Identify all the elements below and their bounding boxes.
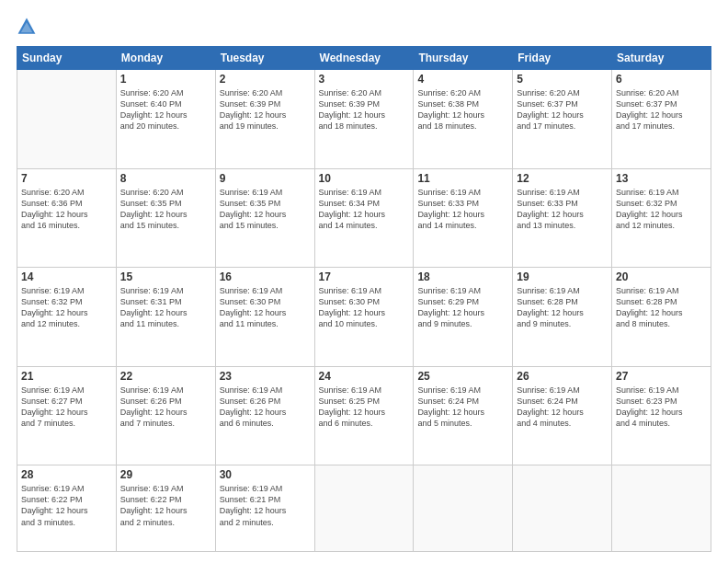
day-number: 9 — [220, 172, 311, 185]
calendar-table: SundayMondayTuesdayWednesdayThursdayFrid… — [17, 46, 711, 552]
logo — [17, 17, 40, 37]
day-number: 7 — [21, 172, 112, 185]
calendar-week-row: 7Sunrise: 6:20 AM Sunset: 6:36 PM Daylig… — [17, 168, 711, 268]
day-number: 2 — [220, 73, 311, 86]
day-info: Sunrise: 6:19 AM Sunset: 6:28 PM Dayligh… — [616, 285, 707, 330]
day-number: 10 — [319, 172, 410, 185]
day-number: 24 — [319, 370, 410, 383]
calendar-cell: 1Sunrise: 6:20 AM Sunset: 6:40 PM Daylig… — [116, 70, 215, 169]
day-info: Sunrise: 6:19 AM Sunset: 6:22 PM Dayligh… — [21, 483, 112, 528]
calendar-cell: 4Sunrise: 6:20 AM Sunset: 6:38 PM Daylig… — [414, 70, 513, 169]
calendar-cell: 6Sunrise: 6:20 AM Sunset: 6:37 PM Daylig… — [612, 70, 711, 169]
calendar-cell: 29Sunrise: 6:19 AM Sunset: 6:22 PM Dayli… — [116, 465, 215, 552]
day-info: Sunrise: 6:19 AM Sunset: 6:32 PM Dayligh… — [21, 285, 112, 330]
day-info: Sunrise: 6:20 AM Sunset: 6:40 PM Dayligh… — [120, 87, 211, 132]
day-info: Sunrise: 6:19 AM Sunset: 6:23 PM Dayligh… — [616, 385, 707, 430]
calendar-week-row: 1Sunrise: 6:20 AM Sunset: 6:40 PM Daylig… — [17, 70, 711, 169]
calendar-cell: 13Sunrise: 6:19 AM Sunset: 6:32 PM Dayli… — [612, 168, 711, 268]
day-info: Sunrise: 6:19 AM Sunset: 6:27 PM Dayligh… — [21, 385, 112, 430]
day-number: 23 — [220, 370, 311, 383]
calendar-cell: 2Sunrise: 6:20 AM Sunset: 6:39 PM Daylig… — [215, 70, 314, 169]
day-info: Sunrise: 6:19 AM Sunset: 6:33 PM Dayligh… — [417, 187, 508, 232]
day-info: Sunrise: 6:19 AM Sunset: 6:33 PM Dayligh… — [517, 187, 608, 232]
calendar-cell — [612, 465, 711, 552]
day-number: 27 — [616, 370, 707, 383]
day-info: Sunrise: 6:19 AM Sunset: 6:26 PM Dayligh… — [220, 385, 311, 430]
calendar-cell: 16Sunrise: 6:19 AM Sunset: 6:30 PM Dayli… — [215, 268, 314, 367]
calendar-cell — [513, 465, 612, 552]
day-info: Sunrise: 6:20 AM Sunset: 6:35 PM Dayligh… — [120, 187, 211, 232]
calendar-cell: 10Sunrise: 6:19 AM Sunset: 6:34 PM Dayli… — [314, 168, 414, 268]
day-number: 6 — [616, 73, 707, 86]
calendar-cell: 14Sunrise: 6:19 AM Sunset: 6:32 PM Dayli… — [17, 268, 117, 367]
day-info: Sunrise: 6:19 AM Sunset: 6:34 PM Dayligh… — [319, 187, 410, 232]
calendar-week-row: 28Sunrise: 6:19 AM Sunset: 6:22 PM Dayli… — [17, 465, 711, 552]
day-number: 15 — [120, 270, 211, 283]
calendar-header-row: SundayMondayTuesdayWednesdayThursdayFrid… — [17, 47, 711, 70]
calendar-week-row: 21Sunrise: 6:19 AM Sunset: 6:27 PM Dayli… — [17, 366, 711, 465]
day-number: 18 — [417, 270, 508, 283]
day-info: Sunrise: 6:20 AM Sunset: 6:37 PM Dayligh… — [616, 87, 707, 132]
calendar-cell: 7Sunrise: 6:20 AM Sunset: 6:36 PM Daylig… — [17, 168, 117, 268]
day-number: 4 — [417, 73, 508, 86]
day-info: Sunrise: 6:19 AM Sunset: 6:30 PM Dayligh… — [220, 285, 311, 330]
day-number: 21 — [21, 370, 112, 383]
day-number: 17 — [319, 270, 410, 283]
day-info: Sunrise: 6:20 AM Sunset: 6:36 PM Dayligh… — [21, 187, 112, 232]
day-number: 25 — [417, 370, 508, 383]
calendar-cell — [414, 465, 513, 552]
calendar-cell: 23Sunrise: 6:19 AM Sunset: 6:26 PM Dayli… — [215, 366, 314, 465]
day-info: Sunrise: 6:20 AM Sunset: 6:39 PM Dayligh… — [220, 87, 311, 132]
calendar-cell: 5Sunrise: 6:20 AM Sunset: 6:37 PM Daylig… — [513, 70, 612, 169]
day-number: 26 — [517, 370, 608, 383]
calendar-cell: 3Sunrise: 6:20 AM Sunset: 6:39 PM Daylig… — [314, 70, 414, 169]
day-info: Sunrise: 6:19 AM Sunset: 6:31 PM Dayligh… — [120, 285, 211, 330]
calendar-cell: 22Sunrise: 6:19 AM Sunset: 6:26 PM Dayli… — [116, 366, 215, 465]
day-info: Sunrise: 6:19 AM Sunset: 6:26 PM Dayligh… — [120, 385, 211, 430]
calendar-cell: 19Sunrise: 6:19 AM Sunset: 6:28 PM Dayli… — [513, 268, 612, 367]
day-info: Sunrise: 6:19 AM Sunset: 6:32 PM Dayligh… — [616, 187, 707, 232]
day-number: 20 — [616, 270, 707, 283]
day-header-friday: Friday — [513, 47, 612, 70]
day-number: 14 — [21, 270, 112, 283]
day-info: Sunrise: 6:19 AM Sunset: 6:22 PM Dayligh… — [120, 483, 211, 528]
day-number: 8 — [120, 172, 211, 185]
calendar-cell: 27Sunrise: 6:19 AM Sunset: 6:23 PM Dayli… — [612, 366, 711, 465]
day-number: 16 — [220, 270, 311, 283]
calendar-cell: 8Sunrise: 6:20 AM Sunset: 6:35 PM Daylig… — [116, 168, 215, 268]
calendar-cell: 17Sunrise: 6:19 AM Sunset: 6:30 PM Dayli… — [314, 268, 414, 367]
calendar-cell: 26Sunrise: 6:19 AM Sunset: 6:24 PM Dayli… — [513, 366, 612, 465]
day-header-saturday: Saturday — [612, 47, 711, 70]
day-header-monday: Monday — [116, 47, 215, 70]
day-number: 22 — [120, 370, 211, 383]
day-number: 12 — [517, 172, 608, 185]
day-number: 3 — [319, 73, 410, 86]
day-info: Sunrise: 6:19 AM Sunset: 6:35 PM Dayligh… — [220, 187, 311, 232]
day-info: Sunrise: 6:19 AM Sunset: 6:21 PM Dayligh… — [220, 483, 311, 528]
day-info: Sunrise: 6:20 AM Sunset: 6:39 PM Dayligh… — [319, 87, 410, 132]
day-number: 13 — [616, 172, 707, 185]
day-info: Sunrise: 6:19 AM Sunset: 6:24 PM Dayligh… — [517, 385, 608, 430]
calendar-cell: 18Sunrise: 6:19 AM Sunset: 6:29 PM Dayli… — [414, 268, 513, 367]
calendar-cell: 11Sunrise: 6:19 AM Sunset: 6:33 PM Dayli… — [414, 168, 513, 268]
day-info: Sunrise: 6:19 AM Sunset: 6:30 PM Dayligh… — [319, 285, 410, 330]
logo-icon — [17, 17, 37, 37]
day-header-tuesday: Tuesday — [215, 47, 314, 70]
day-number: 5 — [517, 73, 608, 86]
day-info: Sunrise: 6:20 AM Sunset: 6:37 PM Dayligh… — [517, 87, 608, 132]
day-number: 11 — [417, 172, 508, 185]
day-number: 29 — [120, 468, 211, 481]
calendar-cell: 25Sunrise: 6:19 AM Sunset: 6:24 PM Dayli… — [414, 366, 513, 465]
day-number: 1 — [120, 73, 211, 86]
calendar-cell: 9Sunrise: 6:19 AM Sunset: 6:35 PM Daylig… — [215, 168, 314, 268]
day-header-wednesday: Wednesday — [314, 47, 414, 70]
calendar-cell — [314, 465, 414, 552]
day-number: 30 — [220, 468, 311, 481]
calendar-cell: 24Sunrise: 6:19 AM Sunset: 6:25 PM Dayli… — [314, 366, 414, 465]
header — [17, 17, 711, 37]
calendar-cell: 20Sunrise: 6:19 AM Sunset: 6:28 PM Dayli… — [612, 268, 711, 367]
day-header-sunday: Sunday — [17, 47, 117, 70]
calendar-cell: 21Sunrise: 6:19 AM Sunset: 6:27 PM Dayli… — [17, 366, 117, 465]
calendar-cell: 12Sunrise: 6:19 AM Sunset: 6:33 PM Dayli… — [513, 168, 612, 268]
day-number: 19 — [517, 270, 608, 283]
